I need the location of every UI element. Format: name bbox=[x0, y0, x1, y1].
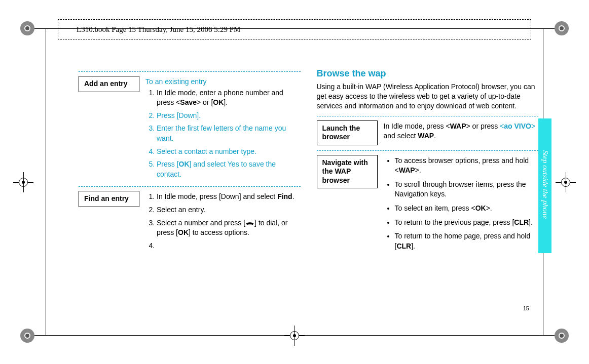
launch-browser-body: In Idle mode, press <WAP> or press <ao V… bbox=[384, 122, 539, 141]
step-4: Select a contact a number type. bbox=[157, 147, 301, 157]
step-2: Select an entry. bbox=[157, 205, 301, 215]
find-entry-label: Find an entry bbox=[79, 191, 139, 207]
navigate-browser-section: Navigate with the WAP browser To access … bbox=[317, 156, 539, 256]
find-entry-section: Find an entry In Idle mode, press [Down]… bbox=[79, 192, 301, 254]
list-item: To select an item, press <OK>. bbox=[395, 204, 539, 214]
separator bbox=[79, 186, 301, 187]
step-2: Press [Down]. bbox=[157, 111, 301, 121]
browse-wap-intro: Using a built-in WAP (Wireless Applicati… bbox=[317, 82, 539, 111]
add-entry-label: Add an entry bbox=[79, 76, 139, 92]
step-3: Select a number and press [] to dial, or… bbox=[157, 218, 301, 238]
register-mark-icon bbox=[13, 172, 33, 192]
list-item: To return to the previous page, press [C… bbox=[395, 218, 539, 228]
add-entry-subhead: To an existing entry bbox=[145, 77, 301, 87]
step-4 bbox=[157, 241, 301, 251]
crop-mark-icon bbox=[555, 329, 569, 343]
list-item: To access browser options, press and hol… bbox=[395, 156, 539, 176]
header-print-info: L310.book Page 15 Thursday, June 15, 200… bbox=[58, 19, 531, 39]
launch-browser-section: Launch the browser In Idle mode, press <… bbox=[317, 122, 539, 145]
page: L310.book Page 15 Thursday, June 15, 200… bbox=[0, 0, 589, 364]
launch-browser-label: Launch the browser bbox=[317, 120, 378, 145]
list-item: To return to the home page, press and ho… bbox=[395, 231, 539, 251]
add-entry-steps: In Idle mode, enter a phone number and p… bbox=[145, 88, 301, 180]
left-column: Add an entry To an existing entry In Idl… bbox=[79, 68, 301, 313]
navigate-browser-list: To access browser options, press and hol… bbox=[384, 156, 539, 252]
browse-wap-heading: Browse the wap bbox=[317, 68, 539, 79]
side-tab: Step outside the phone bbox=[538, 118, 551, 253]
content: Add an entry To an existing entry In Idl… bbox=[79, 68, 538, 313]
navigate-browser-body: To access browser options, press and hol… bbox=[384, 156, 539, 256]
add-entry-body: To an existing entry In Idle mode, enter… bbox=[145, 77, 301, 182]
list-item: To scroll through browser items, press t… bbox=[395, 180, 539, 199]
add-entry-section: Add an entry To an existing entry In Idl… bbox=[79, 77, 301, 182]
separator bbox=[317, 116, 539, 116]
register-mark-icon bbox=[556, 172, 576, 192]
find-entry-body: In Idle mode, press [Down] and select Fi… bbox=[145, 192, 301, 254]
crop-line bbox=[46, 28, 46, 336]
register-mark-icon bbox=[284, 326, 305, 346]
crop-mark-icon bbox=[555, 21, 569, 35]
header-text: L310.book Page 15 Thursday, June 15, 200… bbox=[77, 25, 240, 34]
separator bbox=[317, 150, 539, 151]
right-column: Browse the wap Using a built-in WAP (Wir… bbox=[317, 68, 539, 313]
step-1: In Idle mode, press [Down] and select Fi… bbox=[157, 192, 301, 202]
find-entry-steps: In Idle mode, press [Down] and select Fi… bbox=[145, 192, 301, 251]
step-3: Enter the first few letters of the name … bbox=[157, 124, 301, 143]
crop-mark-icon bbox=[20, 329, 34, 343]
crop-mark-icon bbox=[20, 21, 34, 35]
separator bbox=[79, 71, 301, 72]
side-tab-label: Step outside the phone bbox=[541, 137, 549, 233]
step-5: Press [OK] and select Yes to save the co… bbox=[157, 159, 301, 179]
step-1: In Idle mode, enter a phone number and p… bbox=[157, 88, 301, 108]
navigate-browser-label: Navigate with the WAP browser bbox=[317, 155, 378, 189]
call-key-icon bbox=[245, 220, 254, 227]
